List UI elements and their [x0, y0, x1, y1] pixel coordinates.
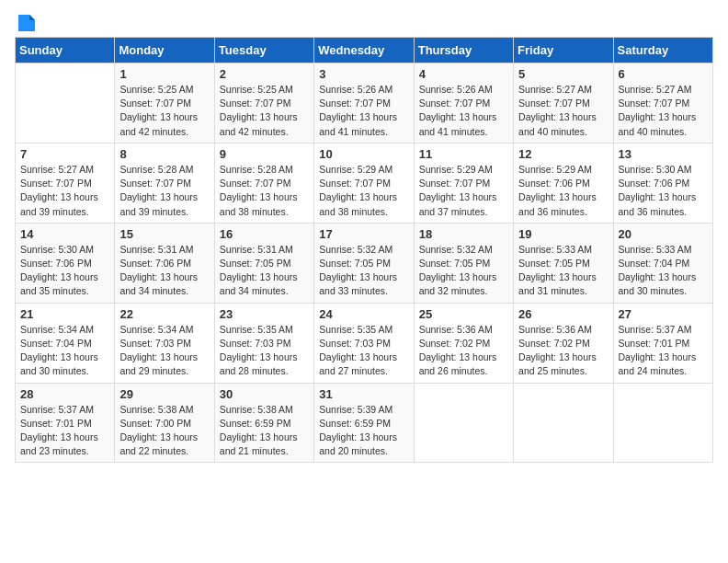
- day-info: Sunrise: 5:32 AMSunset: 7:05 PMDaylight:…: [319, 243, 408, 299]
- calendar-cell: 5Sunrise: 5:27 AMSunset: 7:07 PMDaylight…: [514, 63, 613, 144]
- day-info: Sunrise: 5:31 AMSunset: 7:05 PMDaylight:…: [220, 243, 309, 299]
- calendar-cell: 14Sunrise: 5:30 AMSunset: 7:06 PMDayligh…: [16, 223, 115, 303]
- calendar-cell: 20Sunrise: 5:33 AMSunset: 7:04 PMDayligh…: [613, 223, 712, 303]
- calendar-cell: 31Sunrise: 5:39 AMSunset: 6:59 PMDayligh…: [314, 383, 414, 463]
- day-header-wednesday: Wednesday: [314, 38, 414, 63]
- calendar-cell: 2Sunrise: 5:25 AMSunset: 7:07 PMDaylight…: [214, 63, 313, 144]
- calendar-week-2: 7Sunrise: 5:27 AMSunset: 7:07 PMDaylight…: [16, 143, 713, 223]
- calendar-cell: [613, 383, 712, 463]
- day-number: 9: [220, 147, 309, 161]
- calendar-table: SundayMondayTuesdayWednesdayThursdayFrid…: [15, 37, 713, 463]
- day-info: Sunrise: 5:37 AMSunset: 7:01 PMDaylight:…: [619, 323, 708, 379]
- calendar-week-5: 28Sunrise: 5:37 AMSunset: 7:01 PMDayligh…: [16, 383, 713, 463]
- day-header-monday: Monday: [115, 38, 214, 63]
- day-info: Sunrise: 5:25 AMSunset: 7:07 PMDaylight:…: [220, 83, 309, 139]
- calendar-cell: 19Sunrise: 5:33 AMSunset: 7:05 PMDayligh…: [514, 223, 613, 303]
- day-info: Sunrise: 5:38 AMSunset: 6:59 PMDaylight:…: [220, 403, 309, 459]
- day-header-sunday: Sunday: [16, 38, 115, 63]
- calendar-cell: [514, 383, 613, 463]
- day-number: 3: [319, 67, 408, 81]
- calendar-cell: 4Sunrise: 5:26 AMSunset: 7:07 PMDaylight…: [414, 63, 513, 144]
- calendar-cell: 22Sunrise: 5:34 AMSunset: 7:03 PMDayligh…: [115, 303, 214, 383]
- day-info: Sunrise: 5:30 AMSunset: 7:06 PMDaylight:…: [20, 243, 109, 299]
- day-info: Sunrise: 5:36 AMSunset: 7:02 PMDaylight:…: [419, 323, 508, 379]
- day-number: 26: [518, 307, 608, 321]
- calendar-cell: 28Sunrise: 5:37 AMSunset: 7:01 PMDayligh…: [16, 383, 115, 463]
- day-info: Sunrise: 5:25 AMSunset: 7:07 PMDaylight:…: [119, 83, 209, 139]
- day-header-thursday: Thursday: [414, 38, 513, 63]
- day-number: 17: [319, 227, 408, 241]
- day-number: 8: [119, 147, 209, 161]
- day-info: Sunrise: 5:34 AMSunset: 7:03 PMDaylight:…: [119, 323, 209, 379]
- day-number: 11: [419, 147, 508, 161]
- logo: [15, 15, 37, 29]
- day-info: Sunrise: 5:37 AMSunset: 7:01 PMDaylight:…: [20, 403, 109, 459]
- day-info: Sunrise: 5:31 AMSunset: 7:06 PMDaylight:…: [119, 243, 209, 299]
- day-number: 19: [518, 227, 608, 241]
- day-number: 16: [220, 227, 309, 241]
- calendar-header-row: SundayMondayTuesdayWednesdayThursdayFrid…: [16, 38, 713, 63]
- day-number: 30: [220, 387, 309, 401]
- calendar-cell: 7Sunrise: 5:27 AMSunset: 7:07 PMDaylight…: [16, 143, 115, 223]
- calendar-cell: 6Sunrise: 5:27 AMSunset: 7:07 PMDaylight…: [613, 63, 712, 144]
- day-info: Sunrise: 5:29 AMSunset: 7:06 PMDaylight:…: [518, 163, 608, 219]
- day-number: 31: [319, 387, 408, 401]
- day-number: 18: [419, 227, 508, 241]
- day-number: 29: [119, 387, 209, 401]
- calendar-cell: 12Sunrise: 5:29 AMSunset: 7:06 PMDayligh…: [514, 143, 613, 223]
- day-info: Sunrise: 5:26 AMSunset: 7:07 PMDaylight:…: [419, 83, 508, 139]
- svg-marker-0: [18, 15, 35, 31]
- day-number: 27: [619, 307, 708, 321]
- day-number: 10: [319, 147, 408, 161]
- day-info: Sunrise: 5:29 AMSunset: 7:07 PMDaylight:…: [419, 163, 508, 219]
- calendar-week-1: 1Sunrise: 5:25 AMSunset: 7:07 PMDaylight…: [16, 63, 713, 144]
- calendar-cell: 1Sunrise: 5:25 AMSunset: 7:07 PMDaylight…: [115, 63, 214, 144]
- day-number: 25: [419, 307, 508, 321]
- day-info: Sunrise: 5:30 AMSunset: 7:06 PMDaylight:…: [619, 163, 708, 219]
- calendar-cell: 23Sunrise: 5:35 AMSunset: 7:03 PMDayligh…: [214, 303, 313, 383]
- calendar-cell: 18Sunrise: 5:32 AMSunset: 7:05 PMDayligh…: [414, 223, 513, 303]
- day-number: 22: [119, 307, 209, 321]
- day-number: 7: [20, 147, 109, 161]
- day-number: 28: [20, 387, 109, 401]
- day-info: Sunrise: 5:35 AMSunset: 7:03 PMDaylight:…: [319, 323, 408, 379]
- day-number: 13: [619, 147, 708, 161]
- day-number: 21: [20, 307, 109, 321]
- calendar-cell: 25Sunrise: 5:36 AMSunset: 7:02 PMDayligh…: [414, 303, 513, 383]
- day-info: Sunrise: 5:38 AMSunset: 7:00 PMDaylight:…: [119, 403, 209, 459]
- day-info: Sunrise: 5:26 AMSunset: 7:07 PMDaylight:…: [319, 83, 408, 139]
- day-info: Sunrise: 5:29 AMSunset: 7:07 PMDaylight:…: [319, 163, 408, 219]
- day-number: 24: [319, 307, 408, 321]
- svg-marker-1: [29, 15, 35, 20]
- day-number: 15: [119, 227, 209, 241]
- day-info: Sunrise: 5:39 AMSunset: 6:59 PMDaylight:…: [319, 403, 408, 459]
- calendar-cell: 3Sunrise: 5:26 AMSunset: 7:07 PMDaylight…: [314, 63, 414, 144]
- day-number: 2: [220, 67, 309, 81]
- day-info: Sunrise: 5:27 AMSunset: 7:07 PMDaylight:…: [518, 83, 608, 139]
- logo-icon: [17, 13, 37, 33]
- calendar-cell: 15Sunrise: 5:31 AMSunset: 7:06 PMDayligh…: [115, 223, 214, 303]
- calendar-cell: 29Sunrise: 5:38 AMSunset: 7:00 PMDayligh…: [115, 383, 214, 463]
- day-number: 20: [619, 227, 708, 241]
- day-header-tuesday: Tuesday: [214, 38, 313, 63]
- calendar-week-3: 14Sunrise: 5:30 AMSunset: 7:06 PMDayligh…: [16, 223, 713, 303]
- calendar-cell: 16Sunrise: 5:31 AMSunset: 7:05 PMDayligh…: [214, 223, 313, 303]
- calendar-cell: 10Sunrise: 5:29 AMSunset: 7:07 PMDayligh…: [314, 143, 414, 223]
- calendar-cell: 26Sunrise: 5:36 AMSunset: 7:02 PMDayligh…: [514, 303, 613, 383]
- day-number: 5: [518, 67, 608, 81]
- day-info: Sunrise: 5:27 AMSunset: 7:07 PMDaylight:…: [619, 83, 708, 139]
- day-header-saturday: Saturday: [613, 38, 712, 63]
- page-header: [15, 15, 713, 29]
- calendar-cell: 13Sunrise: 5:30 AMSunset: 7:06 PMDayligh…: [613, 143, 712, 223]
- day-header-friday: Friday: [514, 38, 613, 63]
- day-info: Sunrise: 5:33 AMSunset: 7:04 PMDaylight:…: [619, 243, 708, 299]
- day-info: Sunrise: 5:34 AMSunset: 7:04 PMDaylight:…: [20, 323, 109, 379]
- calendar-cell: 27Sunrise: 5:37 AMSunset: 7:01 PMDayligh…: [613, 303, 712, 383]
- day-info: Sunrise: 5:28 AMSunset: 7:07 PMDaylight:…: [220, 163, 309, 219]
- calendar-cell: 11Sunrise: 5:29 AMSunset: 7:07 PMDayligh…: [414, 143, 513, 223]
- day-info: Sunrise: 5:36 AMSunset: 7:02 PMDaylight:…: [518, 323, 608, 379]
- day-info: Sunrise: 5:32 AMSunset: 7:05 PMDaylight:…: [419, 243, 508, 299]
- day-number: 1: [119, 67, 209, 81]
- day-number: 4: [419, 67, 508, 81]
- calendar-cell: [414, 383, 513, 463]
